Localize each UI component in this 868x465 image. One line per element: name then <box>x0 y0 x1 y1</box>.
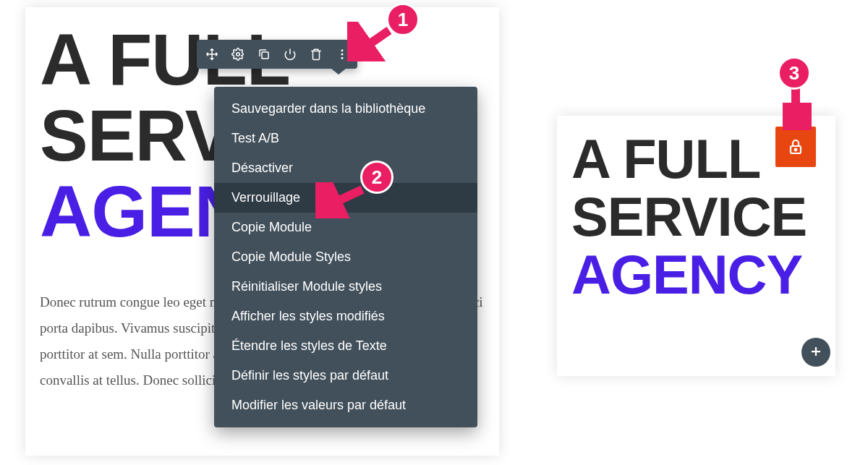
trash-icon[interactable] <box>305 43 327 65</box>
menu-item-extend-text[interactable]: Étendre les styles de Texte <box>214 331 477 361</box>
lock-badge[interactable] <box>775 127 816 167</box>
heading-right-line-2: SERVICE <box>571 186 807 247</box>
svg-point-2 <box>341 49 344 51</box>
callout-arrow-3 <box>783 85 812 130</box>
svg-point-3 <box>341 54 344 56</box>
heading-right-accent: AGENCY <box>571 244 802 305</box>
heading-right-line-1: A FULL <box>571 128 760 189</box>
menu-item-define-default[interactable]: Définir les styles par défaut <box>214 361 477 391</box>
menu-item-reset-styles[interactable]: Réinitialiser Module styles <box>214 272 477 302</box>
move-icon[interactable] <box>201 43 223 65</box>
gear-icon[interactable] <box>227 43 249 65</box>
menu-item-test-ab[interactable]: Test A/B <box>214 124 477 153</box>
svg-point-4 <box>341 57 344 59</box>
menu-item-edit-default[interactable]: Modifier les valeurs par défaut <box>214 391 477 420</box>
power-icon[interactable] <box>279 43 301 65</box>
callout-badge-1: 1 <box>386 3 420 36</box>
menu-item-show-modified[interactable]: Afficher les styles modifiés <box>214 302 477 331</box>
svg-point-6 <box>795 149 797 151</box>
duplicate-icon[interactable] <box>253 43 275 65</box>
menu-item-disable[interactable]: Désactiver <box>214 153 477 183</box>
plus-icon <box>809 342 822 362</box>
context-menu: Sauvegarder dans la bibliothèque Test A/… <box>214 87 477 427</box>
add-module-button[interactable] <box>801 338 830 367</box>
lock-icon <box>787 138 804 155</box>
module-toolbar <box>197 40 357 69</box>
menu-item-save-library[interactable]: Sauvegarder dans la bibliothèque <box>214 94 477 124</box>
callout-badge-3: 3 <box>778 56 811 90</box>
callout-badge-2: 2 <box>360 161 393 194</box>
svg-point-0 <box>237 53 240 56</box>
menu-item-copy-styles[interactable]: Copie Module Styles <box>214 242 477 272</box>
svg-rect-1 <box>262 52 268 59</box>
